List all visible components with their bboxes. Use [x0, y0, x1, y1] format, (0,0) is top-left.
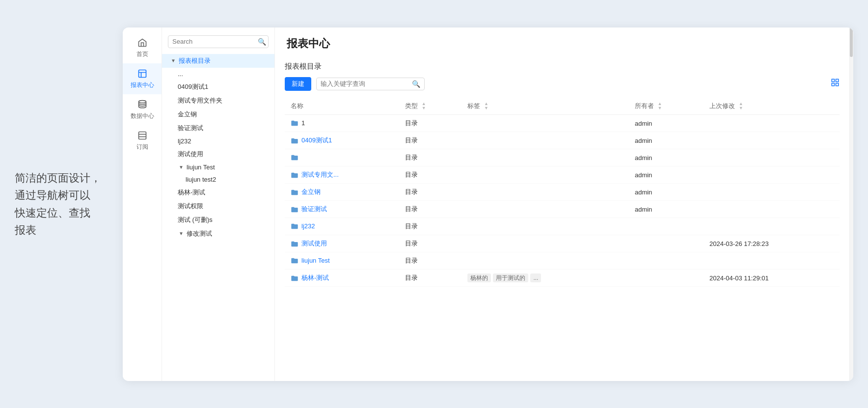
toolbar: 新建 🔍 — [285, 77, 840, 91]
page-title: 报表中心 — [275, 27, 849, 56]
tree-label-testdel: 测试 (可删)s — [178, 216, 213, 224]
right-scrollbar[interactable] — [849, 27, 853, 381]
cell-name-link[interactable]: 杨林-测试 — [301, 274, 329, 281]
grid-view-button[interactable] — [831, 78, 840, 89]
main-content: 报表中心 报表根目录 新建 🔍 — [275, 27, 849, 381]
tree-item-test0409[interactable]: 0409测试1 — [162, 80, 274, 94]
col-header-type[interactable]: 类型 ▲▼ — [399, 98, 461, 115]
cell-name: 测试使用 — [285, 235, 399, 252]
sidebar-label-reports: 报表中心 — [131, 81, 154, 89]
tree-item-root[interactable]: ▼ 报表根目录 — [162, 54, 274, 68]
sidebar-label-subscribe: 订阅 — [136, 143, 148, 151]
nav-panel: 🔍 ▼ 报表根目录 ... 0409测试1 测试专用文件夹 金立钢 — [162, 27, 275, 381]
svg-rect-7 — [832, 79, 834, 82]
cell-owner — [629, 270, 704, 287]
table-wrapper: 名称 类型 ▲▼ 标签 ▲▼ — [285, 98, 840, 371]
svg-rect-0 — [138, 70, 146, 77]
cell-last-modified — [704, 149, 840, 166]
svg-rect-4 — [138, 132, 146, 139]
tag-badge: 用于测试的 — [493, 273, 528, 282]
cell-name-link[interactable]: 测试使用 — [301, 240, 327, 247]
table-row[interactable]: 金立钢目录admin — [285, 184, 840, 201]
cell-tag — [461, 201, 629, 218]
svg-rect-9 — [832, 83, 834, 86]
cell-name-link[interactable]: 验证测试 — [301, 205, 327, 213]
keyword-search-input[interactable] — [321, 80, 409, 87]
cell-owner: admin — [629, 149, 704, 166]
tree-item-jinligang[interactable]: 金立钢 — [162, 108, 274, 121]
tag-badge: 杨林的 — [467, 273, 491, 282]
tree-toggle-root[interactable]: ▼ — [170, 57, 177, 64]
cell-type: 目录 — [399, 132, 461, 149]
sort-lastmod-arrows: ▲▼ — [739, 102, 743, 110]
tree-item-dots[interactable]: ... — [162, 68, 274, 80]
tree-item-verify[interactable]: 验证测试 — [162, 121, 274, 135]
table-row[interactable]: 目录admin — [285, 149, 840, 166]
col-header-lastmodified[interactable]: 上次修改 ▲▼ — [704, 98, 840, 115]
tree-toggle-liujuntest[interactable]: ▼ — [178, 163, 185, 170]
sidebar-item-reports[interactable]: 报表中心 — [123, 63, 162, 94]
keyword-search-box[interactable]: 🔍 — [316, 78, 425, 90]
cell-name-link[interactable]: 0409测试1 — [301, 136, 332, 144]
sidebar-item-home[interactable]: 首页 — [123, 32, 162, 63]
cell-tag — [461, 115, 629, 132]
report-icon — [137, 68, 148, 79]
col-header-tag[interactable]: 标签 ▲▼ — [461, 98, 629, 115]
svg-rect-10 — [836, 83, 839, 86]
tree-label-testuse: 测试使用 — [178, 150, 203, 159]
tag-badge: ... — [530, 273, 541, 282]
sidebar-item-subscribe[interactable]: 订阅 — [123, 125, 162, 156]
cell-name-link[interactable]: liujun Test — [301, 257, 330, 264]
tree-label-dots: ... — [178, 70, 183, 78]
tree-search-box[interactable]: 🔍 — [168, 35, 269, 48]
table-row[interactable]: 1目录admin — [285, 115, 840, 132]
table-row[interactable]: 测试专用文...目录admin — [285, 166, 840, 184]
cell-type: 目录 — [399, 218, 461, 235]
cell-name — [285, 149, 399, 166]
new-button[interactable]: 新建 — [285, 77, 311, 91]
cell-tag — [461, 252, 629, 270]
sidebar-item-data[interactable]: 数据中心 — [123, 94, 162, 125]
cell-owner: admin — [629, 132, 704, 149]
tree-label-testfolder: 测试专用文件夹 — [178, 96, 222, 105]
app-container: 首页 报表中心 — [123, 27, 853, 381]
cell-type: 目录 — [399, 201, 461, 218]
sort-type-arrows: ▲▼ — [422, 102, 426, 110]
table-row[interactable]: 测试使用目录2024-03-26 17:28:23 — [285, 235, 840, 252]
table-row[interactable]: liujun Test目录 — [285, 252, 840, 270]
data-table: 名称 类型 ▲▼ 标签 ▲▼ — [285, 98, 840, 287]
tree-item-testdel[interactable]: 测试 (可删)s — [162, 213, 274, 227]
cell-name-link[interactable]: 测试专用文... — [301, 171, 339, 178]
table-row[interactable]: 0409测试1目录admin — [285, 132, 840, 149]
cell-name: liujun Test — [285, 252, 399, 270]
tree-item-liujuntest[interactable]: ▼ liujun Test — [162, 161, 274, 173]
tree-item-testperm[interactable]: 测试权限 — [162, 199, 274, 213]
tree-item-lj232[interactable]: lj232 — [162, 135, 274, 147]
cell-name-text: 1 — [301, 119, 305, 127]
table-row[interactable]: lj232目录 — [285, 218, 840, 235]
svg-point-3 — [138, 100, 146, 103]
cell-type: 目录 — [399, 115, 461, 132]
tree-label-testperm: 测试权限 — [178, 202, 203, 211]
cell-last-modified — [704, 132, 840, 149]
cell-last-modified — [704, 252, 840, 270]
content-area: 报表根目录 新建 🔍 — [275, 56, 849, 381]
cell-last-modified — [704, 115, 840, 132]
tree-item-yanglin[interactable]: 杨林-测试 — [162, 186, 274, 199]
col-header-owner[interactable]: 所有者 ▲▼ — [629, 98, 704, 115]
tree-label-root: 报表根目录 — [179, 56, 211, 65]
tree-toggle-modifytest[interactable]: ▼ — [178, 230, 185, 237]
cell-type: 目录 — [399, 235, 461, 252]
tree-item-liujuntest2[interactable]: liujun test2 — [162, 173, 274, 186]
cell-name-link[interactable]: 金立钢 — [301, 188, 321, 195]
cell-name-link[interactable]: lj232 — [301, 222, 315, 230]
sort-owner-arrows: ▲▼ — [658, 102, 662, 110]
table-row[interactable]: 杨林-测试目录杨林的用于测试的...2024-04-03 11:29:01 — [285, 270, 840, 287]
tree-search-input[interactable] — [172, 38, 255, 45]
tree-item-testfolder[interactable]: 测试专用文件夹 — [162, 94, 274, 108]
tree-item-testuse[interactable]: 测试使用 — [162, 147, 274, 161]
cell-last-modified — [704, 184, 840, 201]
cell-type: 目录 — [399, 270, 461, 287]
table-row[interactable]: 验证测试目录admin — [285, 201, 840, 218]
tree-item-modifytest[interactable]: ▼ 修改测试 — [162, 227, 274, 241]
